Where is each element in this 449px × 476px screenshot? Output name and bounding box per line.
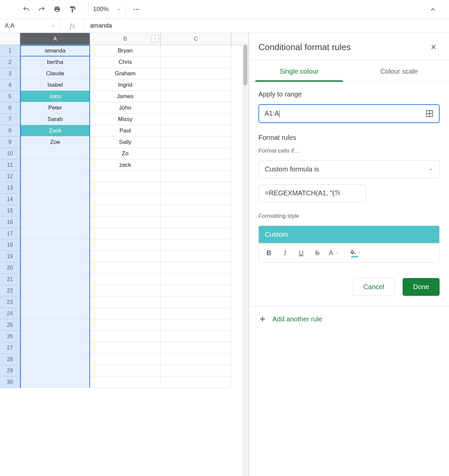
cell[interactable]: [20, 342, 90, 354]
row-header[interactable]: 4: [0, 79, 20, 91]
cell[interactable]: [161, 216, 231, 228]
undo-button[interactable]: [19, 3, 33, 16]
row-header[interactable]: 21: [0, 274, 20, 285]
condition-dropdown[interactable]: Custom formula is: [258, 160, 440, 178]
cell[interactable]: [20, 216, 90, 228]
cell[interactable]: Zo: [90, 148, 161, 159]
cell[interactable]: [161, 205, 231, 216]
row-header[interactable]: 17: [0, 228, 20, 239]
cell[interactable]: [90, 251, 161, 262]
tab-colour-scale[interactable]: Colour scale: [349, 60, 449, 81]
cell[interactable]: [90, 228, 161, 239]
cancel-button[interactable]: Cancel: [353, 278, 395, 296]
cell[interactable]: [90, 262, 161, 274]
row-header[interactable]: 18: [0, 239, 20, 251]
cell[interactable]: [20, 239, 90, 251]
cell[interactable]: [161, 102, 231, 114]
fill-color-button[interactable]: [348, 246, 363, 260]
row-header[interactable]: 6: [0, 102, 20, 114]
paint-format-button[interactable]: [66, 3, 79, 16]
cell[interactable]: [161, 251, 231, 262]
cell[interactable]: Ingrid: [90, 79, 161, 91]
cell[interactable]: [90, 365, 161, 376]
cell[interactable]: Zoe: [20, 136, 90, 148]
row-header[interactable]: 15: [0, 205, 20, 216]
cell[interactable]: [161, 56, 231, 68]
row-header[interactable]: 16: [0, 216, 20, 228]
row-header[interactable]: 30: [0, 376, 20, 388]
cell[interactable]: [161, 79, 231, 91]
row-header[interactable]: 28: [0, 354, 20, 365]
cell[interactable]: [161, 376, 231, 388]
cell[interactable]: [161, 136, 231, 148]
row-header[interactable]: 14: [0, 194, 20, 205]
cell[interactable]: [161, 331, 231, 342]
cell[interactable]: [90, 308, 161, 319]
cell[interactable]: [20, 274, 90, 285]
text-color-button[interactable]: A: [326, 246, 341, 260]
cell[interactable]: John: [90, 102, 161, 114]
row-header[interactable]: 1: [0, 45, 20, 56]
row-header[interactable]: 20: [0, 262, 20, 274]
column-header-c[interactable]: C: [161, 33, 231, 45]
print-button[interactable]: [50, 3, 64, 16]
italic-button[interactable]: I: [278, 246, 292, 260]
cell[interactable]: [20, 365, 90, 376]
row-header[interactable]: 22: [0, 285, 20, 296]
collapse-toolbar-button[interactable]: [426, 3, 440, 16]
cell[interactable]: [161, 308, 231, 319]
cell[interactable]: [20, 148, 90, 159]
cell[interactable]: [90, 296, 161, 308]
bold-button[interactable]: B: [261, 246, 276, 260]
cell[interactable]: [161, 354, 231, 365]
cell[interactable]: [90, 342, 161, 354]
cell[interactable]: [20, 285, 90, 296]
cell[interactable]: Sarah: [20, 114, 90, 125]
cell[interactable]: [20, 251, 90, 262]
cell[interactable]: [161, 296, 231, 308]
row-header[interactable]: 13: [0, 182, 20, 194]
cell[interactable]: [20, 376, 90, 388]
cell[interactable]: zack: [90, 159, 161, 171]
cell[interactable]: [90, 182, 161, 194]
done-button[interactable]: Done: [403, 278, 440, 296]
cell[interactable]: [161, 239, 231, 251]
style-preview[interactable]: Custom: [258, 226, 440, 243]
cell[interactable]: [161, 125, 231, 136]
row-header[interactable]: 24: [0, 308, 20, 319]
row-header[interactable]: 23: [0, 296, 20, 308]
formula-input[interactable]: amanda: [85, 19, 449, 33]
cell[interactable]: [20, 331, 90, 342]
row-header[interactable]: 9: [0, 136, 20, 148]
cell[interactable]: [161, 159, 231, 171]
row-header[interactable]: 26: [0, 331, 20, 342]
filter-button[interactable]: [152, 35, 159, 42]
cell[interactable]: Bryan: [90, 45, 161, 56]
cell[interactable]: [161, 45, 231, 56]
add-another-rule-button[interactable]: Add another rule: [249, 306, 449, 332]
cell[interactable]: [161, 171, 231, 182]
cell[interactable]: Sally: [90, 136, 161, 148]
zoom-dropdown[interactable]: 100%: [88, 3, 126, 16]
apply-range-input[interactable]: A1:A: [258, 104, 440, 123]
row-header[interactable]: 27: [0, 342, 20, 354]
cell[interactable]: Chris: [90, 56, 161, 68]
column-header-a[interactable]: A: [20, 33, 90, 45]
row-header[interactable]: 10: [0, 148, 20, 159]
cell[interactable]: [161, 274, 231, 285]
tab-single-colour[interactable]: Single colour: [249, 60, 349, 81]
cell[interactable]: [20, 194, 90, 205]
cell[interactable]: Peter: [20, 102, 90, 114]
cell[interactable]: [161, 342, 231, 354]
cell[interactable]: [161, 148, 231, 159]
strikethrough-button[interactable]: S: [310, 246, 325, 260]
cell[interactable]: James: [90, 91, 161, 102]
cell[interactable]: [161, 182, 231, 194]
custom-formula-input[interactable]: =REGEXMATCH(A1, "(?i: [258, 184, 366, 202]
row-header[interactable]: 3: [0, 68, 20, 79]
row-header[interactable]: 7: [0, 114, 20, 125]
select-range-icon[interactable]: [425, 110, 434, 118]
cell[interactable]: John: [20, 91, 90, 102]
more-button[interactable]: [130, 3, 143, 16]
cell[interactable]: [90, 239, 161, 251]
